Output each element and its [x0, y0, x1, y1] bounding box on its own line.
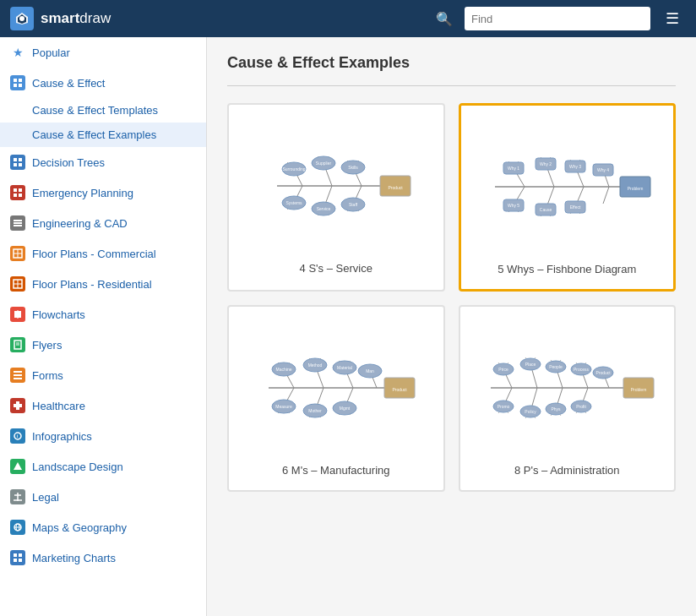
- healthcare-icon: [10, 398, 25, 413]
- cause-effect-icon: [10, 75, 25, 90]
- svg-text:Method: Method: [307, 363, 322, 368]
- sidebar-item-decision-trees[interactable]: Decision Trees: [0, 147, 206, 177]
- template-preview-4s: Product: [242, 118, 430, 253]
- svg-rect-15: [14, 220, 22, 221]
- sidebar-sub-cause-examples[interactable]: Cause & Effect Examples: [0, 123, 206, 147]
- sidebar-item-forms[interactable]: Forms: [0, 360, 206, 390]
- sidebar-item-floor-plans-commercial[interactable]: Floor Plans - Commercial: [0, 238, 206, 269]
- svg-rect-7: [14, 158, 17, 161]
- svg-rect-16: [14, 222, 22, 224]
- template-card-8ps[interactable]: Problem: [459, 305, 677, 492]
- svg-text:Product: Product: [596, 370, 612, 375]
- flowcharts-icon: [10, 307, 25, 322]
- divider: [227, 85, 676, 86]
- svg-text:Mother: Mother: [308, 408, 322, 413]
- template-label-6ms: 6 M's – Manufacturing: [282, 464, 390, 477]
- svg-text:Why 2: Why 2: [540, 161, 552, 166]
- sidebar-item-popular[interactable]: ★ Popular: [0, 37, 206, 68]
- sidebar-item-healthcare[interactable]: Healthcare: [0, 390, 206, 421]
- sidebar-item-engineering-cad[interactable]: Engineering & CAD: [0, 208, 206, 238]
- svg-text:Phys: Phys: [552, 406, 562, 412]
- template-preview-8ps: Problem: [474, 320, 661, 455]
- svg-text:Effect: Effect: [570, 204, 581, 210]
- logo-icon: [10, 7, 34, 30]
- sidebar-item-flyers[interactable]: Flyers: [0, 330, 206, 360]
- svg-text:Machine: Machine: [275, 367, 291, 372]
- logo-text: smartdraw: [41, 10, 111, 27]
- svg-text:Promo: Promo: [498, 404, 510, 409]
- content-area: Cause & Effect Examples Product: [207, 37, 696, 616]
- svg-rect-24: [14, 311, 21, 318]
- svg-rect-45: [19, 553, 22, 557]
- svg-text:Systems: Systems: [285, 200, 302, 205]
- search-icon[interactable]: 🔍: [432, 8, 456, 30]
- svg-rect-31: [14, 374, 22, 376]
- svg-rect-44: [14, 553, 17, 557]
- svg-text:Process: Process: [574, 367, 590, 372]
- legal-icon: [10, 489, 25, 504]
- svg-rect-3: [14, 79, 17, 82]
- sidebar-item-floor-plans-residential[interactable]: Floor Plans - Residential: [0, 269, 206, 299]
- svg-text:Why 4: Why 4: [597, 167, 609, 172]
- logo: smartdraw: [10, 7, 111, 30]
- template-label-8ps: 8 P's – Administration: [514, 464, 620, 477]
- svg-rect-30: [14, 371, 22, 373]
- svg-line-91: [603, 187, 609, 204]
- svg-rect-10: [19, 163, 22, 166]
- svg-text:Why 5: Why 5: [508, 203, 519, 208]
- search-input[interactable]: [465, 7, 650, 30]
- engineering-cad-icon: [10, 215, 25, 231]
- sidebar-item-cause-effect[interactable]: Cause & Effect: [0, 68, 206, 98]
- sidebar-item-emergency-planning[interactable]: Emergency Planning: [0, 177, 206, 208]
- svg-text:Mgmt: Mgmt: [340, 406, 351, 411]
- sidebar-item-infographics[interactable]: i Infographics: [0, 421, 206, 451]
- svg-text:Policy: Policy: [525, 409, 537, 414]
- sidebar-item-marketing-charts[interactable]: Marketing Charts: [0, 542, 206, 573]
- page-title: Cause & Effect Examples: [227, 54, 676, 72]
- infographics-icon: i: [10, 428, 25, 444]
- floor-commercial-icon: [10, 246, 25, 261]
- svg-rect-5: [14, 84, 17, 87]
- svg-text:i: i: [17, 433, 19, 439]
- svg-rect-14: [19, 194, 22, 197]
- svg-rect-4: [19, 79, 22, 82]
- svg-text:Material: Material: [337, 365, 352, 370]
- template-preview-6ms: Product: [242, 320, 430, 455]
- svg-rect-12: [19, 188, 22, 192]
- star-icon: ★: [10, 45, 25, 60]
- svg-rect-9: [14, 163, 17, 166]
- template-card-5whys[interactable]: Problem: [459, 103, 677, 292]
- svg-rect-32: [14, 378, 22, 379]
- header: smartdraw 🔍 ☰: [0, 0, 696, 37]
- floor-residential-icon: [10, 276, 25, 292]
- hamburger-icon[interactable]: ☰: [659, 6, 686, 31]
- template-card-6ms[interactable]: Product: [227, 305, 445, 492]
- decision-trees-icon: [10, 155, 25, 170]
- forms-icon: [10, 368, 25, 383]
- sidebar-item-flowcharts[interactable]: Flowcharts: [0, 299, 206, 330]
- svg-text:Why 3: Why 3: [569, 164, 581, 169]
- template-card-4s-service[interactable]: Product: [227, 103, 445, 292]
- sidebar-sub-cause-templates[interactable]: Cause & Effect Templates: [0, 98, 206, 123]
- sidebar-item-landscape-design[interactable]: Landscape Design: [0, 451, 206, 482]
- svg-text:Product: Product: [388, 185, 403, 190]
- svg-text:Man: Man: [366, 368, 374, 373]
- svg-text:Product: Product: [392, 387, 407, 392]
- svg-text:Why 1: Why 1: [508, 166, 519, 171]
- svg-text:Cause: Cause: [540, 207, 552, 212]
- svg-point-2: [19, 16, 24, 21]
- landscape-icon: [10, 459, 25, 474]
- main-layout: ★ Popular Cause & Effect Cause & Effect …: [0, 37, 696, 616]
- template-preview-5whys: Problem: [475, 119, 661, 254]
- svg-rect-47: [19, 559, 22, 562]
- svg-text:Measure: Measure: [275, 404, 292, 409]
- svg-rect-6: [19, 84, 22, 87]
- svg-text:Problem: Problem: [631, 387, 647, 392]
- sidebar-item-legal[interactable]: Legal: [0, 482, 206, 512]
- maps-icon: [10, 520, 25, 535]
- marketing-charts-icon: [10, 550, 25, 565]
- svg-text:Supplier: Supplier: [316, 161, 332, 166]
- svg-text:Surrounding: Surrounding: [282, 166, 305, 172]
- flyers-icon: [10, 337, 25, 352]
- sidebar-item-maps-geography[interactable]: Maps & Geography: [0, 512, 206, 542]
